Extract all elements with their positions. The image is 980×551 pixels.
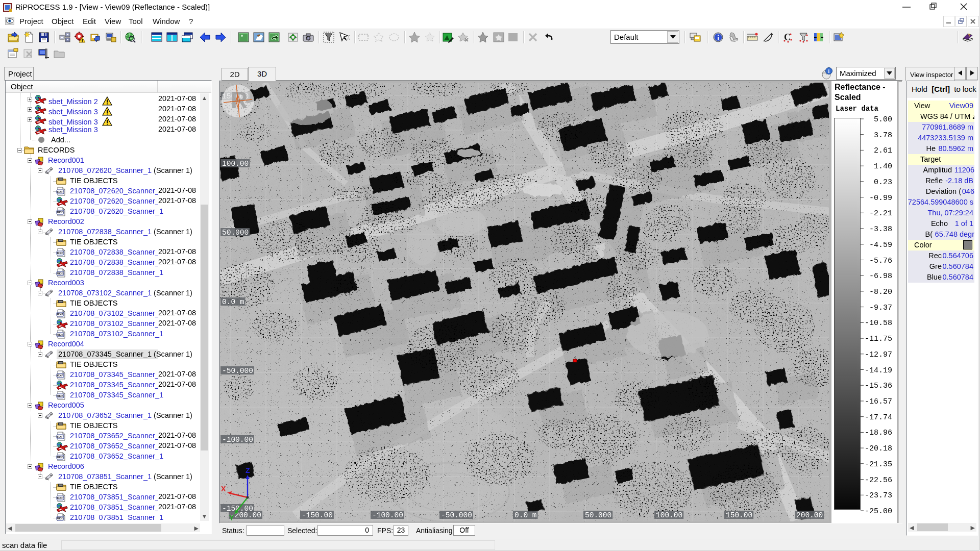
- svg-text:-10.58: -10.58: [865, 319, 892, 328]
- svg-text:-23.73: -23.73: [865, 491, 892, 500]
- svg-text:-22.56: -22.56: [865, 476, 892, 485]
- svg-text:0.23: 0.23: [874, 178, 892, 187]
- svg-text:Y: Y: [229, 514, 234, 521]
- svg-text:RDB: RDB: [57, 210, 64, 214]
- svg-text:?: ?: [968, 33, 971, 38]
- svg-text:50.000: 50.000: [222, 229, 249, 237]
- svg-text:RXP: RXP: [57, 435, 64, 438]
- svg-text:-21.35: -21.35: [865, 460, 892, 469]
- svg-text:1.40: 1.40: [874, 162, 892, 171]
- svg-text:-5.76: -5.76: [869, 257, 892, 265]
- svg-text:RDB: RDB: [57, 516, 64, 520]
- svg-text:-50.000: -50.000: [222, 367, 253, 375]
- svg-text:RXP: RXP: [57, 373, 64, 377]
- svg-text:-18.96: -18.96: [865, 429, 892, 437]
- svg-text:-8.20: -8.20: [869, 288, 892, 296]
- svg-text:RDB: RDB: [57, 333, 64, 336]
- svg-text:RDB: RDB: [57, 394, 64, 397]
- svg-text:RXP: RXP: [57, 251, 64, 255]
- svg-text:-17.74: -17.74: [865, 413, 892, 422]
- svg-text:RDB: RDB: [57, 271, 64, 275]
- svg-text:50.000: 50.000: [585, 511, 611, 519]
- svg-text:RXP: RXP: [57, 312, 64, 316]
- svg-text:-150.00: -150.00: [302, 511, 333, 519]
- svg-text:0.0 m: 0.0 m: [514, 511, 537, 519]
- svg-text:-100.00: -100.00: [372, 511, 403, 519]
- svg-text:-6.98: -6.98: [869, 272, 892, 281]
- svg-text:-11.75: -11.75: [865, 335, 892, 343]
- svg-text:i: i: [828, 68, 830, 74]
- svg-text:-14.19: -14.19: [865, 366, 892, 375]
- svg-text:-16.57: -16.57: [865, 397, 892, 406]
- svg-text:-12.97: -12.97: [865, 350, 892, 359]
- svg-text:100.00: 100.00: [656, 511, 682, 519]
- svg-text:RXP: RXP: [57, 496, 64, 499]
- svg-text:X: X: [221, 485, 226, 493]
- svg-text:100.00: 100.00: [222, 160, 249, 168]
- svg-text:Z: Z: [246, 466, 250, 474]
- svg-text:200.00: 200.00: [796, 511, 823, 519]
- svg-text:0.0 m: 0.0 m: [222, 298, 244, 306]
- svg-text:-50.000: -50.000: [441, 511, 472, 519]
- svg-text:2.61: 2.61: [874, 146, 892, 155]
- svg-text:150.00: 150.00: [726, 511, 752, 519]
- svg-text:-20.18: -20.18: [865, 444, 892, 453]
- svg-text:-200.00: -200.00: [230, 511, 261, 519]
- svg-text:-2.21: -2.21: [869, 209, 892, 218]
- svg-text:-0.99: -0.99: [869, 194, 892, 203]
- svg-text:-3.38: -3.38: [869, 225, 892, 234]
- svg-text:-25.00: -25.00: [865, 507, 892, 516]
- svg-text:RXP: RXP: [57, 190, 64, 193]
- svg-text:-15.36: -15.36: [865, 382, 892, 390]
- svg-text:-4.59: -4.59: [869, 241, 892, 249]
- svg-text:-9.37: -9.37: [869, 304, 892, 312]
- svg-text:-100.00: -100.00: [222, 436, 253, 444]
- svg-text:5.00: 5.00: [874, 115, 892, 124]
- svg-text:3.78: 3.78: [874, 131, 892, 140]
- svg-text:RDB: RDB: [57, 455, 64, 459]
